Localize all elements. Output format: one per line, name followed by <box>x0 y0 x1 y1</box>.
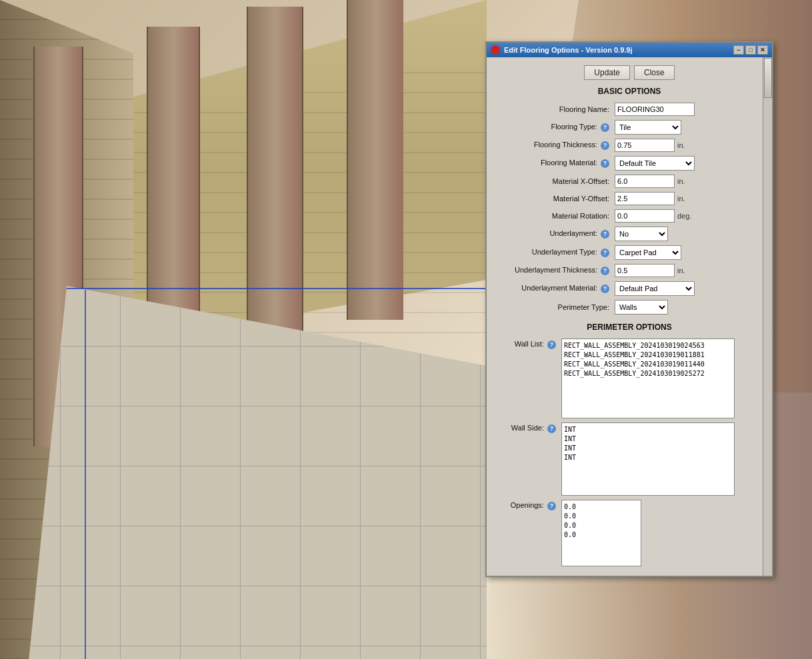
underlayment-thickness-help[interactable]: ? <box>601 267 609 275</box>
flooring-material-label: Flooring Material: ? <box>495 159 615 168</box>
openings-row: Openings: ? 0.0 0.0 0.0 0.0 <box>495 500 764 566</box>
underlayment-material-label: Underlayment Material: ? <box>495 284 615 293</box>
wall-list-row: Wall List: ? RECT_WALL_ASSEMBLY_20241030… <box>495 338 764 418</box>
flooring-thickness-help[interactable]: ? <box>601 141 609 150</box>
perimeter-type-row: Perimeter Type: Walls Custom None <box>495 300 764 315</box>
underlayment-thickness-label: Underlayment Thickness: ? <box>495 266 615 275</box>
underlayment-type-label: Underlayment Type: ? <box>495 248 615 257</box>
dialog-content: Update Close BASIC OPTIONS Flooring Name… <box>487 57 772 576</box>
material-rotation-unit: deg. <box>677 212 691 220</box>
openings-help[interactable]: ? <box>547 502 556 510</box>
underlayment-select[interactable]: No Yes <box>615 227 668 241</box>
underlayment-thickness-unit: in. <box>677 267 685 275</box>
door-frame-3 <box>247 7 303 353</box>
underlayment-material-select[interactable]: Default Pad Foam Pad Cork Pad <box>615 281 695 296</box>
scrollbar-track <box>763 57 772 576</box>
material-y-offset-row: Material Y-Offset: in. <box>495 192 764 205</box>
flooring-material-select[interactable]: Default Tile Marble Stone Ceramic <box>615 156 695 171</box>
titlebar-controls: − □ ✕ <box>733 45 768 55</box>
underlayment-help[interactable]: ? <box>601 230 609 239</box>
door-frame-4 <box>347 0 403 320</box>
openings-label: Openings: ? <box>495 500 561 510</box>
flooring-type-label: Flooring Type: ? <box>495 123 615 132</box>
flooring-name-input[interactable] <box>615 103 695 116</box>
underlayment-type-row: Underlayment Type: ? Carpet Pad Foam Cor… <box>495 245 764 260</box>
flooring-thickness-unit: in. <box>677 141 685 149</box>
material-x-offset-row: Material X-Offset: in. <box>495 175 764 188</box>
restore-button[interactable]: □ <box>745 45 756 55</box>
close-button[interactable]: Close <box>634 65 675 80</box>
dialog-title: Edit Flooring Options - Version 0.9.9j <box>504 46 733 54</box>
flooring-name-label: Flooring Name: <box>495 105 615 113</box>
material-rotation-input[interactable] <box>615 209 675 223</box>
underlayment-thickness-input[interactable] <box>615 264 675 277</box>
flooring-type-help[interactable]: ? <box>601 123 609 132</box>
underlayment-label: Underlayment: ? <box>495 229 615 239</box>
underlayment-row: Underlayment: ? No Yes <box>495 227 764 241</box>
minimize-button[interactable]: − <box>733 45 744 55</box>
underlayment-thickness-row: Underlayment Thickness: ? in. <box>495 264 764 277</box>
vertical-accent-line <box>85 290 86 659</box>
material-y-offset-unit: in. <box>677 195 685 203</box>
floor-perimeter-line <box>67 288 486 289</box>
underlayment-type-select[interactable]: Carpet Pad Foam Cork Rubber <box>615 245 681 260</box>
close-window-button[interactable]: ✕ <box>757 45 768 55</box>
wall-list-textarea[interactable]: RECT_WALL_ASSEMBLY_2024103019024563 RECT… <box>561 338 735 418</box>
material-rotation-label: Material Rotation: <box>495 212 615 220</box>
scrollbar-thumb[interactable] <box>764 58 772 98</box>
material-x-offset-label: Material X-Offset: <box>495 177 615 185</box>
wall-list-help[interactable]: ? <box>547 340 556 349</box>
wall-side-textarea[interactable]: INT INT INT INT <box>561 422 735 496</box>
underlayment-material-help[interactable]: ? <box>601 285 609 293</box>
wall-side-label: Wall Side: ? <box>495 422 561 433</box>
underlayment-type-help[interactable]: ? <box>601 249 609 257</box>
material-x-offset-unit: in. <box>677 177 685 185</box>
material-rotation-row: Material Rotation: deg. <box>495 209 764 223</box>
basic-options-header: BASIC OPTIONS <box>495 87 764 96</box>
edit-flooring-dialog: Edit Flooring Options - Version 0.9.9j −… <box>485 41 773 577</box>
flooring-material-help[interactable]: ? <box>601 159 609 168</box>
flooring-thickness-row: Flooring Thickness: ? in. <box>495 139 764 152</box>
flooring-thickness-input[interactable] <box>615 139 675 152</box>
underlayment-material-row: Underlayment Material: ? Default Pad Foa… <box>495 281 764 296</box>
flooring-type-row: Flooring Type: ? Tile Hardwood Carpet Vi… <box>495 120 764 135</box>
flooring-type-select[interactable]: Tile Hardwood Carpet Vinyl Laminate <box>615 120 681 135</box>
toolbar: Update Close <box>495 63 764 80</box>
material-y-offset-label: Material Y-Offset: <box>495 195 615 203</box>
wall-list-label: Wall List: ? <box>495 338 561 349</box>
update-button[interactable]: Update <box>584 65 630 80</box>
flooring-material-row: Flooring Material: ? Default Tile Marble… <box>495 156 764 171</box>
perimeter-options-header: PERIMETER OPTIONS <box>495 323 764 332</box>
ruby-icon <box>491 45 500 55</box>
openings-textarea[interactable]: 0.0 0.0 0.0 0.0 <box>561 500 641 566</box>
flooring-name-row: Flooring Name: <box>495 103 764 116</box>
perimeter-type-label: Perimeter Type: <box>495 303 615 311</box>
wall-side-help[interactable]: ? <box>547 424 556 433</box>
material-y-offset-input[interactable] <box>615 192 675 205</box>
dialog-titlebar: Edit Flooring Options - Version 0.9.9j −… <box>487 43 772 57</box>
flooring-thickness-label: Flooring Thickness: ? <box>495 141 615 150</box>
material-x-offset-input[interactable] <box>615 175 675 188</box>
wall-side-row: Wall Side: ? INT INT INT INT <box>495 422 764 496</box>
perimeter-type-select[interactable]: Walls Custom None <box>615 300 668 315</box>
